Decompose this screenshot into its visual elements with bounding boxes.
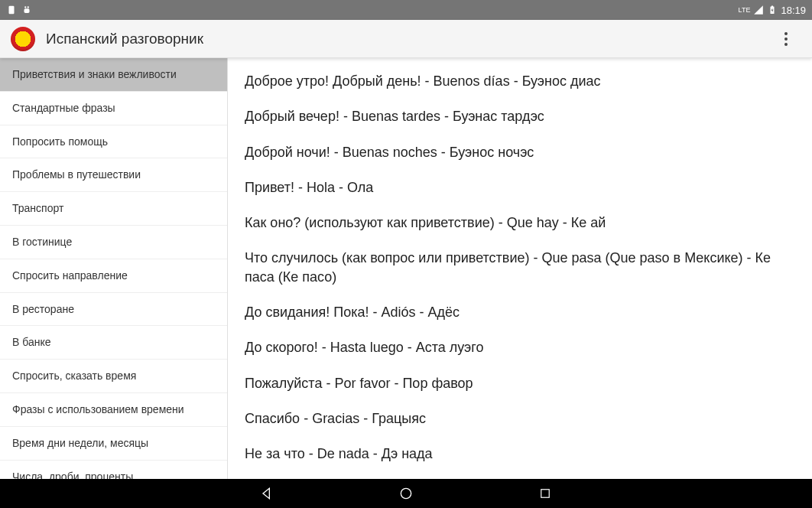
svg-rect-0: [9, 6, 15, 15]
phrase-row: Привет! - Hola - Ола: [245, 178, 795, 197]
signal-icon: [753, 5, 764, 15]
category-sidebar[interactable]: Приветствия и знаки вежливостиСтандартны…: [0, 58, 228, 479]
sidebar-item-label: Числа, дроби, проценты: [12, 471, 133, 479]
sidebar-item-label: Проблемы в путешествии: [12, 168, 141, 181]
svg-point-6: [401, 488, 411, 498]
sidebar-item-label: Приветствия и знаки вежливости: [12, 68, 177, 80]
svg-rect-7: [541, 490, 550, 498]
battery-charging-icon: [767, 5, 778, 15]
phrase-row: Что случилось (как вопрос или приветстви…: [245, 249, 795, 286]
phrase-row: Пожалуйста - Por favor - Пор фавор: [245, 374, 795, 392]
sidebar-item-label: В ресторане: [12, 303, 74, 315]
sidebar-item-label: Время дни недели, месяцы: [12, 437, 148, 449]
phrase-list[interactable]: Доброе утро! Добрый день! - Buenos días …: [228, 58, 812, 479]
app-bar: Испанский разговорник: [0, 20, 812, 58]
sidebar-item[interactable]: Фразы с использованием времени: [0, 393, 227, 427]
app-title: Испанский разговорник: [46, 31, 771, 47]
sidebar-item-label: В банке: [12, 336, 51, 348]
phrase-row: Как оно? (используют как приветствие) - …: [245, 213, 795, 232]
sidebar-item[interactable]: Стандартные фразы: [0, 92, 227, 125]
sidebar-item[interactable]: Время дни недели, месяцы: [0, 427, 227, 461]
sidebar-item[interactable]: В гостинице: [0, 226, 227, 259]
svg-point-1: [24, 6, 26, 8]
status-time: 18:19: [781, 5, 806, 16]
phrase-row: Спасибо - Gracias - Грацыяс: [245, 409, 795, 428]
svg-point-2: [28, 6, 29, 8]
phrase-row: До свидания! Пока! - Adiós - Адёс: [245, 303, 795, 321]
sidebar-item[interactable]: В ресторане: [0, 293, 227, 327]
status-bar: LTE 18:19: [0, 0, 812, 20]
sidebar-item-label: Транспорт: [12, 202, 63, 214]
notification-icon: [6, 5, 17, 15]
sidebar-item[interactable]: Приветствия и знаки вежливости: [0, 58, 227, 92]
android-icon: [21, 5, 32, 15]
phrase-row: Не за что - De nada - Дэ нада: [245, 444, 795, 463]
status-right: LTE 18:19: [739, 5, 806, 16]
sidebar-item[interactable]: Числа, дроби, проценты: [0, 461, 227, 479]
phrase-row: Доброе утро! Добрый день! - Buenos días …: [245, 72, 795, 90]
app-body: Приветствия и знаки вежливостиСтандартны…: [0, 58, 812, 479]
sidebar-item[interactable]: Транспорт: [0, 192, 227, 226]
nav-back-button[interactable]: [258, 485, 275, 502]
sidebar-item-label: Спросить, сказать время: [12, 370, 136, 382]
sidebar-item[interactable]: В банке: [0, 326, 227, 360]
phrase-row: До скорого! - Hasta luego - Аста луэго: [245, 338, 795, 357]
status-left: [6, 5, 32, 15]
phrase-row: Доброй ночи! - Buenas noches - Буэнос но…: [245, 143, 795, 161]
nav-recents-button[interactable]: [537, 485, 554, 502]
svg-rect-5: [771, 6, 773, 8]
sidebar-item-label: Попросить помощь: [12, 135, 108, 148]
more-vert-icon: [784, 32, 788, 46]
sidebar-item[interactable]: Спросить, сказать время: [0, 360, 227, 393]
svg-rect-3: [24, 8, 30, 13]
android-nav-bar: [0, 479, 812, 508]
sidebar-item-label: Фразы с использованием времени: [12, 403, 184, 415]
nav-home-button[interactable]: [398, 485, 414, 502]
sidebar-item-label: В гостинице: [12, 236, 72, 248]
app-flag-icon: [11, 27, 35, 51]
sidebar-item-label: Спросить направление: [12, 269, 128, 282]
sidebar-item-label: Стандартные фразы: [12, 102, 115, 114]
sidebar-item[interactable]: Спросить направление: [0, 259, 227, 293]
phrase-row: Добрый вечер! - Buenas tardes - Буэнас т…: [245, 107, 795, 125]
sidebar-item[interactable]: Попросить помощь: [0, 125, 227, 159]
network-lte-label: LTE: [739, 7, 751, 14]
sidebar-item[interactable]: Проблемы в путешествии: [0, 158, 227, 192]
overflow-menu-button[interactable]: [771, 24, 801, 54]
